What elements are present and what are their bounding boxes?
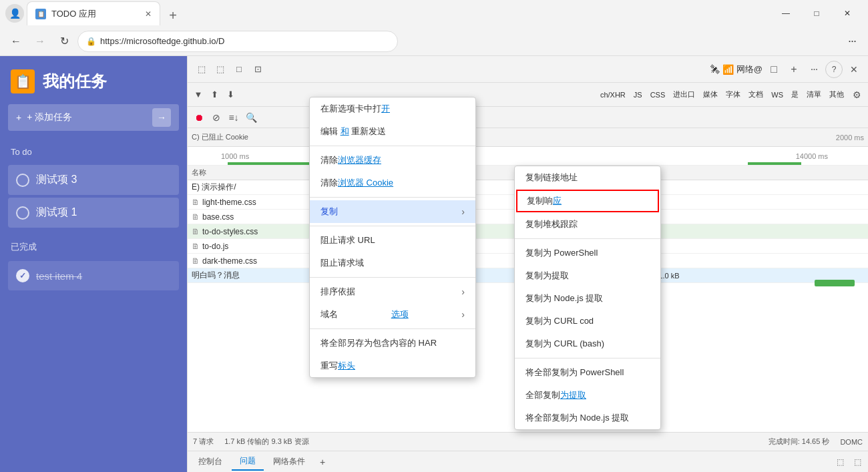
add-task-button[interactable]: + + 添加任务 → xyxy=(8,104,179,131)
dt-icon-2[interactable]: ⬚ xyxy=(212,61,229,78)
import-icon[interactable]: ⬚ xyxy=(849,454,865,470)
filter-type-font[interactable]: 字体 xyxy=(723,88,743,101)
ctx-item-clear-cache[interactable]: 清除浏览器缓存 xyxy=(310,149,475,172)
filter-icon[interactable]: ≡↓ xyxy=(226,110,241,125)
filter-chip-cookie: C) 已阻止 Cookie xyxy=(192,132,248,142)
minimize-button[interactable]: — xyxy=(771,3,801,24)
list-item[interactable]: 测试项 1 xyxy=(8,198,179,228)
maximize-button[interactable]: □ xyxy=(801,3,832,24)
profile-avatar[interactable]: 👤 xyxy=(5,4,24,23)
filter-type-yes[interactable]: 是 xyxy=(789,88,801,101)
done-check-icon: ✓ xyxy=(16,269,29,282)
devtools-help-btn[interactable]: ? xyxy=(825,61,843,78)
tab-title: TODO 应用 xyxy=(51,8,140,20)
download-icon[interactable]: ⬇ xyxy=(224,88,237,101)
filter-type-list[interactable]: 清單 xyxy=(804,88,824,101)
submenu-item-copy-fetch[interactable]: 复制为提取 xyxy=(515,264,660,287)
submenu-item-copy-curl-bash[interactable]: 复制为 CURL (bash) xyxy=(515,332,660,355)
todo-item-text: 测试项 1 xyxy=(36,206,77,220)
submenu-item-copy-all-powershell[interactable]: 将全部复制为 PowerShell xyxy=(515,361,660,384)
submenu-separator-1 xyxy=(515,238,660,239)
address-field[interactable]: 🔒 https://microsoftedge.github.io/D xyxy=(77,31,398,52)
filter-type-js[interactable]: JS xyxy=(631,89,645,100)
list-item[interactable]: 测试项 3 xyxy=(8,165,179,195)
more-options-button[interactable]: ··· xyxy=(841,31,863,52)
filter-type-other[interactable]: 其他 xyxy=(827,88,847,101)
todo-app: 📋 我的任务 + + 添加任务 → To do 测试项 3 测试项 1 已完成 xyxy=(0,56,187,472)
tab-close-icon[interactable]: ✕ xyxy=(145,9,152,19)
filter-type-xhir[interactable]: ch/XHR xyxy=(598,89,628,100)
ctx-separator-2 xyxy=(310,197,475,198)
ctx-item-rewrite-header[interactable]: 重写标头 xyxy=(310,355,475,377)
todo-circle xyxy=(16,174,29,187)
submenu-item-copy-powershell[interactable]: 复制为 PowerShell xyxy=(515,242,660,264)
timeline-bar-green2 xyxy=(748,162,801,165)
submenu-separator-2 xyxy=(515,358,660,359)
dt-icon-3[interactable]: □ xyxy=(230,61,248,78)
copy-submenu[interactable]: 复制链接地址 复制响应 复制堆栈跟踪 复制为 PowerShell 复制为提取 … xyxy=(514,166,661,430)
ctx-item-domain-opts[interactable]: 域名选项 › xyxy=(310,303,475,326)
tab-network-conditions[interactable]: 网络条件 xyxy=(265,453,313,470)
forward-button[interactable]: → xyxy=(29,31,51,52)
ctx-item-copy[interactable]: 复制 › xyxy=(310,200,475,223)
submenu-item-copy-trace[interactable]: 复制堆栈跟踪 xyxy=(515,213,660,236)
add-task-label: + 添加任务 xyxy=(27,111,72,124)
record-button[interactable]: ⏺ xyxy=(192,110,206,125)
refresh-button[interactable]: ↻ xyxy=(53,31,75,52)
devtools-status-bar: 7 请求 1.7 kB 传输的 9.3 kB 资源 完成时间: 14.65 秒 … xyxy=(188,432,868,451)
ctx-item-clear-cookie[interactable]: 清除浏览器 Cookie xyxy=(310,172,475,194)
ctx-item-block-url[interactable]: 阻止请求 URL xyxy=(310,229,475,252)
active-tab[interactable]: 📋 TODO 应用 ✕ xyxy=(27,1,160,25)
dt-icon-1[interactable]: ⬚ xyxy=(193,61,210,78)
copy-label: 复制 xyxy=(320,206,338,218)
ctx-separator-3 xyxy=(310,226,475,226)
clear-log-button[interactable]: ⊘ xyxy=(209,110,224,125)
filter-type-ws[interactable]: WS xyxy=(769,89,786,100)
settings-icon[interactable]: ⚙ xyxy=(849,87,864,102)
ctx-item-sort[interactable]: 排序依据 › xyxy=(310,280,475,303)
devtools-new-tab-icon[interactable]: □ xyxy=(765,61,783,78)
transfer-size: 1.7 kB 传输的 9.3 kB 资源 xyxy=(224,437,309,447)
submenu-item-copy-response[interactable]: 复制响应 xyxy=(516,190,659,212)
close-button[interactable]: ✕ xyxy=(832,3,863,24)
back-button[interactable]: ← xyxy=(5,31,27,52)
network-toolbar2: ⏺ ⊘ ≡↓ 🔍 xyxy=(188,107,868,128)
timeline-mark-1: 1000 ms xyxy=(221,152,249,160)
ctx-separator-4 xyxy=(310,277,475,278)
ctx-item-block-domain[interactable]: 阻止请求域 xyxy=(310,252,475,274)
ctx-separator-5 xyxy=(310,328,475,329)
filter-type-doc[interactable]: 文档 xyxy=(746,88,766,101)
bug-icon: 🛰 xyxy=(710,64,720,75)
export-icon[interactable]: ⬚ xyxy=(832,454,848,470)
devtools-more-btn[interactable]: ··· xyxy=(805,61,823,78)
tab-console[interactable]: 控制台 xyxy=(190,453,230,470)
network-filter-toolbar: ▼ ⬆ ⬇ ch/XHR JS CSS 进出口 媒体 字体 文档 WS 是 清單… xyxy=(188,83,868,107)
submenu-item-copy-nodejs[interactable]: 复制为 Node.js 提取 xyxy=(515,287,660,310)
devtools-new-panel-btn[interactable]: + xyxy=(785,61,803,78)
submenu-item-copy-all-nodejs[interactable]: 将全部复制为 Node.js 提取 xyxy=(515,407,660,429)
filter-type-import[interactable]: 进出口 xyxy=(670,88,698,101)
submenu-item-copy-all-fetch[interactable]: 全部复制为提取 xyxy=(515,384,660,407)
filter-type-media[interactable]: 媒体 xyxy=(700,88,720,101)
dt-icon-4[interactable]: ⊡ xyxy=(249,61,266,78)
devtools-close-btn[interactable]: ✕ xyxy=(845,61,863,78)
timeline-header: 1000 ms 14000 ms xyxy=(188,147,868,166)
context-menu[interactable]: 在新选项卡中打开 编辑 和 重新发送 清除浏览器缓存 清除浏览器 Cookie … xyxy=(309,97,476,378)
upload-icon[interactable]: ⬆ xyxy=(208,88,221,101)
tab-issues[interactable]: 问题 xyxy=(232,453,264,471)
submenu-item-copy-curl-cod[interactable]: 复制为 CURL cod xyxy=(515,310,660,332)
tab-add[interactable]: + xyxy=(314,454,331,470)
search-icon[interactable]: 🔍 xyxy=(244,110,258,125)
new-tab-button[interactable]: + xyxy=(163,5,183,25)
ctx-item-edit[interactable]: 编辑 和 重新发送 xyxy=(310,120,475,143)
ctx-item-save-har[interactable]: 将全部另存为包含内容的 HAR xyxy=(310,332,475,355)
url-text: https://microsoftedge.github.io/D xyxy=(100,36,224,46)
list-item[interactable]: ✓ test item 4 xyxy=(8,261,179,290)
filter-dropdown-btn[interactable]: ▼ xyxy=(192,88,205,101)
wifi-icon: 📶 xyxy=(722,64,734,75)
filter-type-css[interactable]: CSS xyxy=(648,89,668,100)
sort-arrow-icon: › xyxy=(461,286,465,297)
devtools-bottom-tabs: 控制台 问题 网络条件 + ⬚ ⬚ xyxy=(188,451,868,472)
ctx-item-open[interactable]: 在新选项卡中打开 xyxy=(310,97,475,120)
submenu-item-copy-link[interactable]: 复制链接地址 xyxy=(515,166,660,189)
